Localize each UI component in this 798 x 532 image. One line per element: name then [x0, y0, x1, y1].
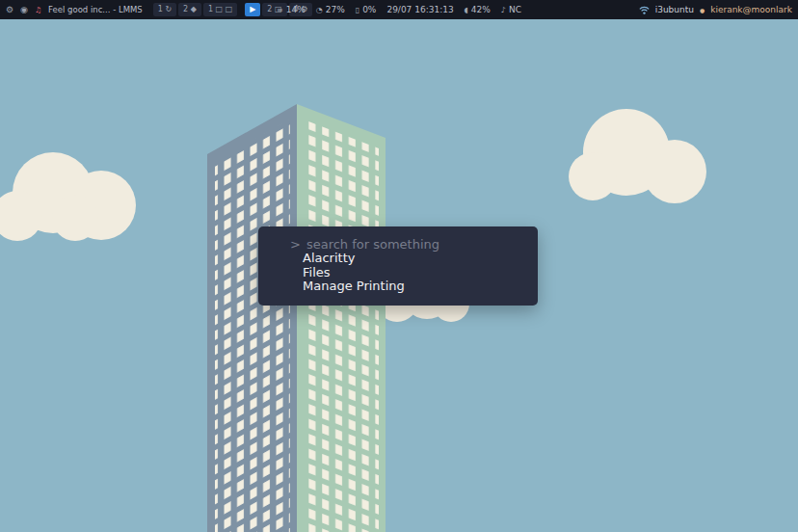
memory-icon: ≡	[277, 6, 283, 14]
cpu-value: 27%	[326, 5, 345, 14]
cpu-module[interactable]: ◔ 27%	[316, 5, 345, 14]
topbar: ⚙ ◉ ♫ Feel good inc... - LMMS 1 ↻ 2 ◆ 1 …	[0, 0, 798, 19]
headset-value: NC	[509, 5, 521, 14]
now-playing-title[interactable]: Feel good inc... - LMMS	[48, 5, 143, 14]
headset-module[interactable]: ♪ NC	[501, 5, 521, 14]
workspace-chip[interactable]: 2 ◆	[178, 3, 201, 16]
battery-module[interactable]: ▯ 0%	[356, 5, 377, 14]
volume-module[interactable]: ◖ 42%	[465, 5, 491, 14]
search-prompt-icon: >	[290, 237, 301, 252]
topbar-status-modules: ≡ 14% ◔ 27% ▯ 0% 29/07 16:31:13 ◖ 42% ♪ …	[277, 5, 521, 14]
launcher-item[interactable]: Manage Printing	[303, 279, 522, 294]
cloud-left	[0, 152, 136, 241]
datetime-clock[interactable]: 29/07 16:31:13	[386, 5, 453, 14]
headset-icon: ♪	[501, 6, 506, 14]
cloud-right	[569, 109, 706, 203]
building	[207, 104, 386, 532]
topbar-left: ⚙ ◉ ♫ Feel good inc... - LMMS 1 ↻ 2 ◆ 1 …	[6, 3, 312, 16]
user-icon: ●	[700, 7, 705, 13]
topbar-right: i3ubuntu ● kierank@moonlark	[639, 5, 792, 14]
network-name[interactable]: i3ubuntu	[655, 5, 694, 14]
volume-value: 42%	[471, 5, 491, 14]
launcher-item[interactable]: Alacritty	[303, 252, 522, 266]
app-launcher: > Alacritty Files Manage Printing	[258, 226, 538, 306]
battery-value: 0%	[362, 5, 376, 14]
volume-icon: ◖	[465, 6, 468, 14]
user-host-label: kierank@moonlark	[710, 5, 792, 14]
settings-gear-icon[interactable]: ⚙	[6, 5, 13, 14]
launcher-item[interactable]: Files	[303, 266, 522, 280]
battery-icon: ▯	[356, 6, 359, 14]
music-note-icon: ♫	[35, 6, 41, 14]
launcher-search-row: >	[290, 237, 522, 252]
memory-value: 14%	[286, 5, 306, 14]
workspace-chip-active[interactable]: ▶	[245, 3, 260, 16]
search-input[interactable]	[306, 237, 522, 252]
cpu-icon: ◔	[316, 6, 323, 14]
wifi-icon[interactable]	[639, 6, 650, 14]
workspace-chip[interactable]: 1 □ □	[203, 3, 237, 16]
memory-module[interactable]: ≡ 14%	[277, 5, 306, 14]
desktop: ⚙ ◉ ♫ Feel good inc... - LMMS 1 ↻ 2 ◆ 1 …	[0, 0, 798, 532]
building-left-windows	[215, 120, 290, 532]
building-right-windows	[304, 120, 379, 532]
workspace-chip[interactable]: 1 ↻	[153, 3, 176, 16]
app-menu-icon[interactable]: ◉	[20, 5, 28, 14]
